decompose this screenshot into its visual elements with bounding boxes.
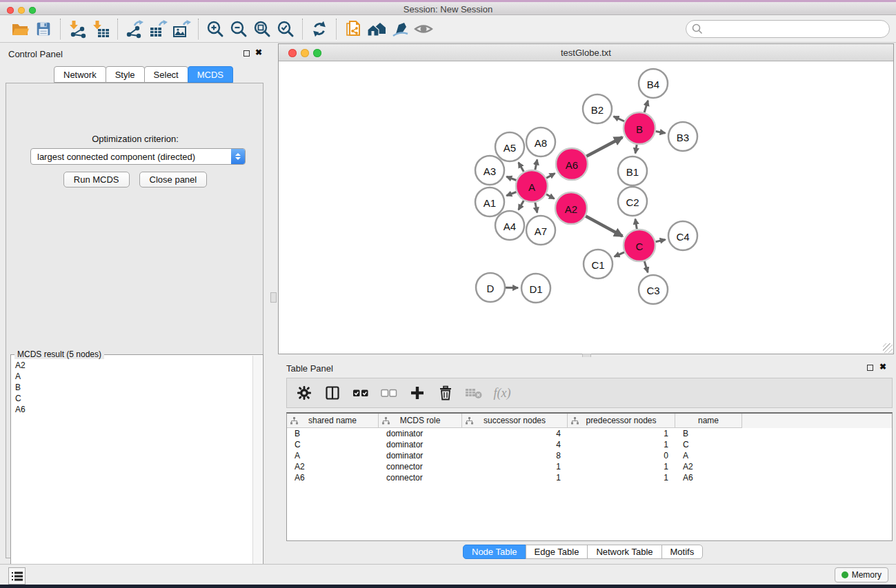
edge-A-A6[interactable] xyxy=(546,174,555,179)
tab-network-table[interactable]: Network Table xyxy=(587,545,661,559)
node-A7[interactable]: A7 xyxy=(526,216,555,245)
table-row[interactable]: Adominator80A xyxy=(287,450,892,461)
node-D1[interactable]: D1 xyxy=(521,274,550,303)
node-C[interactable]: C xyxy=(624,230,655,261)
refresh-layout-button[interactable] xyxy=(308,18,331,40)
edge-A-A5[interactable] xyxy=(519,163,524,172)
show-hide-view-button[interactable] xyxy=(412,18,435,40)
save-session-button[interactable] xyxy=(32,18,55,40)
edge-A-A2[interactable] xyxy=(546,194,555,199)
apply-function-button[interactable]: f(x) xyxy=(492,383,512,403)
node-B4[interactable]: B4 xyxy=(639,69,668,98)
zoom-fit-button[interactable] xyxy=(250,18,274,40)
result-item[interactable]: A xyxy=(15,371,251,382)
edge-B-B2[interactable] xyxy=(614,116,625,121)
close-panel-icon[interactable]: ✖ xyxy=(255,48,262,57)
zoom-out-button[interactable] xyxy=(227,18,250,40)
node-B[interactable]: B xyxy=(624,112,655,144)
node-B3[interactable]: B3 xyxy=(668,122,697,151)
tab-network[interactable]: Network xyxy=(54,66,106,83)
result-item[interactable]: A6 xyxy=(15,404,251,415)
edge-A-A8[interactable] xyxy=(535,160,537,170)
node-A5[interactable]: A5 xyxy=(495,132,524,161)
node-C4[interactable]: C4 xyxy=(668,221,697,250)
table-row[interactable]: Cdominator41C xyxy=(287,439,892,450)
node-B2[interactable]: B2 xyxy=(583,94,612,123)
tab-node-table[interactable]: Node Table xyxy=(463,545,526,559)
delete-table-button[interactable] xyxy=(464,383,484,403)
import-network-button[interactable] xyxy=(66,18,89,40)
tab-style[interactable]: Style xyxy=(106,66,145,83)
edge-C-C2[interactable] xyxy=(635,219,637,230)
add-row-button[interactable] xyxy=(407,383,428,403)
edge-A2-C[interactable] xyxy=(586,216,622,236)
export-image-button[interactable] xyxy=(170,18,193,40)
edge-C-C3[interactable] xyxy=(644,261,648,272)
node-A3[interactable]: A3 xyxy=(475,156,504,185)
edge-A-A1[interactable] xyxy=(506,192,516,196)
show-columns-button[interactable] xyxy=(322,383,343,403)
node-C3[interactable]: C3 xyxy=(639,275,668,304)
column-header-MCDS-role[interactable]: MCDS role xyxy=(379,414,462,428)
node-A8[interactable]: A8 xyxy=(526,128,555,156)
zoom-in-button[interactable] xyxy=(203,18,227,40)
node-A[interactable]: A xyxy=(516,170,548,202)
edge-B-B1[interactable] xyxy=(635,145,637,154)
node-A1[interactable]: A1 xyxy=(475,187,504,216)
result-scrollbar[interactable] xyxy=(252,356,262,588)
open-file-button[interactable] xyxy=(8,18,32,40)
table-row[interactable]: A2connector11A2 xyxy=(287,461,892,472)
node-B1[interactable]: B1 xyxy=(618,156,647,185)
home-layout-button[interactable] xyxy=(365,18,388,40)
float-panel-icon[interactable] xyxy=(243,50,250,57)
edge-C-C1[interactable] xyxy=(615,252,624,257)
tab-edge-table[interactable]: Edge Table xyxy=(526,545,588,559)
close-panel-button[interactable]: Close panel xyxy=(139,172,208,187)
result-item[interactable]: C xyxy=(15,393,251,404)
node-D[interactable]: D xyxy=(476,273,505,302)
result-item[interactable]: A2 xyxy=(15,360,251,371)
deselect-all-checks-button[interactable] xyxy=(379,383,399,403)
edge-A-A3[interactable] xyxy=(506,176,516,180)
edge-C-C4[interactable] xyxy=(655,240,665,242)
run-mcds-button[interactable]: Run MCDS xyxy=(63,172,130,187)
select-all-checks-button[interactable] xyxy=(350,383,371,403)
search-input[interactable] xyxy=(686,20,890,38)
float-table-panel-icon[interactable] xyxy=(867,365,873,371)
annotation-pen-button[interactable] xyxy=(388,18,412,40)
table-settings-button[interactable] xyxy=(294,383,315,403)
criterion-dropdown[interactable]: largest connected component (directed) xyxy=(30,148,246,165)
export-network-button[interactable] xyxy=(123,18,146,40)
node-C1[interactable]: C1 xyxy=(584,250,613,278)
node-A4[interactable]: A4 xyxy=(495,211,524,240)
column-header-name[interactable]: name xyxy=(675,414,742,428)
window-resize-grip[interactable] xyxy=(883,343,893,353)
network-canvas[interactable]: AA1A2A3A4A5A6A7A8BB1B2B3B4CC1C2C3C4DD1 xyxy=(279,62,893,354)
result-item[interactable]: B xyxy=(15,382,251,393)
import-table-button[interactable] xyxy=(89,18,112,40)
memory-button[interactable]: Memory xyxy=(835,567,888,582)
column-header-predecessor-nodes[interactable]: predecessor nodes xyxy=(568,414,675,428)
table-row[interactable]: A6connector11A6 xyxy=(287,472,892,483)
delete-row-button[interactable] xyxy=(435,383,456,403)
column-header-shared-name[interactable]: shared name xyxy=(287,414,379,428)
node-A6[interactable]: A6 xyxy=(556,148,588,180)
edge-A-A7[interactable] xyxy=(535,203,537,213)
task-history-button[interactable] xyxy=(8,567,26,585)
tab-mcds[interactable]: MCDS xyxy=(188,66,233,83)
table-row[interactable]: Bdominator41B xyxy=(287,428,892,439)
edge-B-B4[interactable] xyxy=(644,101,648,112)
edge-A-A4[interactable] xyxy=(519,201,524,210)
tab-motifs[interactable]: Motifs xyxy=(661,545,704,559)
network-window-titlebar[interactable]: testGlobe.txt xyxy=(279,44,893,61)
edge-B-B3[interactable] xyxy=(656,132,666,134)
export-table-button[interactable] xyxy=(146,18,170,40)
column-header-successor-nodes[interactable]: successor nodes xyxy=(462,414,568,428)
edge-A6-B[interactable] xyxy=(586,137,622,156)
node-C2[interactable]: C2 xyxy=(618,187,647,216)
tab-select[interactable]: Select xyxy=(144,66,188,83)
new-network-from-selection-button[interactable] xyxy=(341,18,365,40)
node-A2[interactable]: A2 xyxy=(555,192,587,224)
close-table-panel-icon[interactable]: ✖ xyxy=(879,362,886,372)
vertical-splitter-handle[interactable] xyxy=(270,292,277,303)
